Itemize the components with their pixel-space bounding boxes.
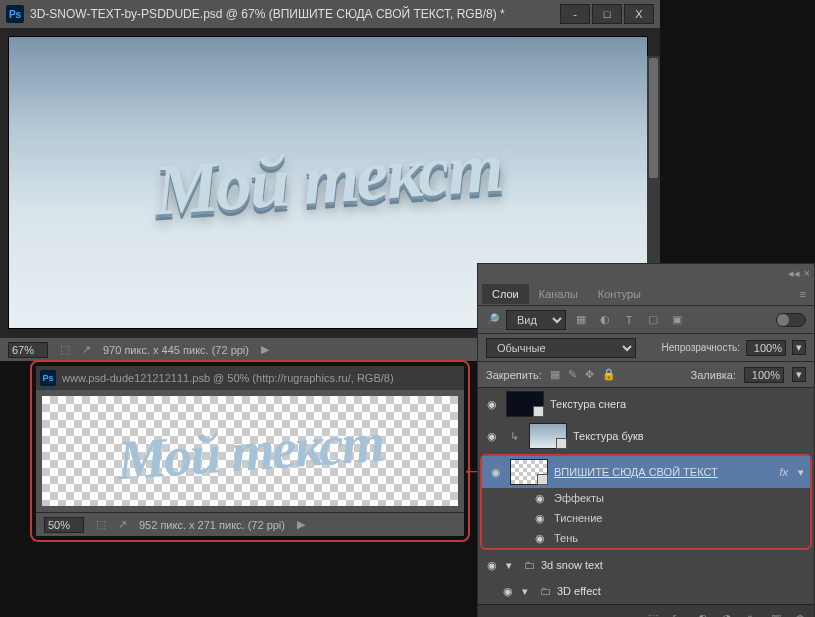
doc-info-icon[interactable]: ⬚ <box>60 343 70 356</box>
filter-pixel-icon[interactable]: ▦ <box>572 311 590 329</box>
layers-panel: ◂◂ × Слои Каналы Контуры ≡ 🔎 Вид ▦ ◐ T ▢… <box>477 263 815 617</box>
delete-layer-icon[interactable]: 🗑 <box>795 613 806 618</box>
opacity-input[interactable] <box>746 340 786 356</box>
close-panel-icon[interactable]: × <box>804 267 810 279</box>
link-layers-icon[interactable]: ⬚ <box>648 612 658 617</box>
filter-smart-icon[interactable]: ▣ <box>668 311 686 329</box>
blend-row: Обычные Непрозрачность: ▾ <box>478 334 814 362</box>
effect-emboss: Тиснение <box>554 512 602 524</box>
lock-label: Закрепить: <box>486 369 542 381</box>
play-icon[interactable]: ▶ <box>297 518 305 531</box>
3d-snow-text: Мой текст <box>152 125 505 232</box>
layers-list: ◉ Текстура снега ◉ ↳ Текстура букв ◉ ВПИ… <box>478 388 814 604</box>
status-bar: ⬚ ↗ 952 пикс. x 271 пикс. (72 ppi) ▶ <box>36 512 464 536</box>
layer-thumbnail[interactable] <box>529 423 567 449</box>
share-icon[interactable]: ↗ <box>118 518 127 531</box>
lock-position-icon[interactable]: ✥ <box>585 368 594 381</box>
document-title: 3D-SNOW-TEXT-by-PSDDUDE.psd @ 67% (ВПИШИ… <box>30 7 560 21</box>
collapse-icon[interactable]: ◂◂ <box>788 267 800 280</box>
visibility-toggle[interactable]: ◉ <box>488 464 504 480</box>
filter-row: 🔎 Вид ▦ ◐ T ▢ ▣ <box>478 306 814 334</box>
photoshop-icon: Ps <box>40 370 56 386</box>
effect-row[interactable]: ◉ Эффекты <box>482 488 810 508</box>
layer-thumbnail[interactable] <box>510 459 548 485</box>
panel-menu-icon[interactable]: ≡ <box>796 284 810 304</box>
group-name[interactable]: 3D effect <box>557 585 808 597</box>
panel-tabs: Слои Каналы Контуры ≡ <box>478 282 814 306</box>
lock-transparency-icon[interactable]: ▦ <box>550 368 560 381</box>
visibility-toggle[interactable]: ◉ <box>484 428 500 444</box>
folder-icon: 🗀 <box>540 585 551 597</box>
layer-name[interactable]: Текстура снега <box>550 398 808 410</box>
smart-object-badge <box>533 406 544 417</box>
layer-row[interactable]: ◉ Текстура снега <box>478 388 814 420</box>
new-layer-icon[interactable]: ▣ <box>771 612 781 617</box>
opacity-dropdown-icon[interactable]: ▾ <box>792 340 806 355</box>
fill-label: Заливка: <box>691 369 736 381</box>
lock-row: Закрепить: ▦ ✎ ✥ 🔒 Заливка: ▾ <box>478 362 814 388</box>
group-row[interactable]: ◉ ▾ 🗀 3d snow text <box>478 552 814 578</box>
filter-type-icon[interactable]: T <box>620 311 638 329</box>
visibility-toggle[interactable]: ◉ <box>532 510 548 526</box>
visibility-toggle[interactable]: ◉ <box>484 557 500 573</box>
maximize-button[interactable]: □ <box>592 4 622 24</box>
layer-mask-icon[interactable]: ◐ <box>698 612 708 617</box>
tab-channels[interactable]: Каналы <box>529 284 588 304</box>
document-info: 970 пикс. x 445 пикс. (72 ppi) <box>103 344 249 356</box>
lock-paint-icon[interactable]: ✎ <box>568 368 577 381</box>
fx-label: fx <box>779 466 788 478</box>
clip-indicator-icon: ↳ <box>506 430 523 443</box>
effect-shadow: Тень <box>554 532 578 544</box>
lock-all-icon[interactable]: 🔒 <box>602 368 616 381</box>
photoshop-icon: Ps <box>6 5 24 23</box>
fill-dropdown-icon[interactable]: ▾ <box>792 367 806 382</box>
adjustment-layer-icon[interactable]: ◑ <box>722 612 732 617</box>
document-info: 952 пикс. x 271 пикс. (72 ppi) <box>139 519 285 531</box>
layer-row-selected[interactable]: ◉ ВПИШИТЕ СЮДА СВОЙ ТЕКСТ fx ▾ <box>482 456 810 488</box>
layer-row[interactable]: ◉ ↳ Текстура букв <box>478 420 814 452</box>
smart-object-badge <box>537 474 548 485</box>
titlebar[interactable]: Ps 3D-SNOW-TEXT-by-PSDDUDE.psd @ 67% (ВП… <box>0 0 660 28</box>
tab-layers[interactable]: Слои <box>482 284 529 304</box>
filter-type-select[interactable]: Вид <box>506 310 566 330</box>
layer-style-icon[interactable]: fx. <box>672 613 684 618</box>
doc-info-icon[interactable]: ⬚ <box>96 518 106 531</box>
layer-name[interactable]: ВПИШИТЕ СЮДА СВОЙ ТЕКСТ <box>554 466 773 478</box>
chevron-down-icon[interactable]: ▾ <box>522 585 534 598</box>
smart-object-window: Ps www.psd-dude121212111.psb @ 50% (http… <box>30 360 470 542</box>
group-name[interactable]: 3d snow text <box>541 559 808 571</box>
group-row[interactable]: ◉ ▾ 🗀 3D effect <box>478 578 814 604</box>
zoom-input[interactable] <box>8 342 48 358</box>
minimize-button[interactable]: - <box>560 4 590 24</box>
blend-mode-select[interactable]: Обычные <box>486 338 636 358</box>
filter-shape-icon[interactable]: ▢ <box>644 311 662 329</box>
filter-toggle[interactable] <box>776 313 806 327</box>
tab-title: www.psd-dude121212111.psb @ 50% (http://… <box>62 372 394 384</box>
fill-input[interactable] <box>744 367 784 383</box>
smart-object-badge <box>556 438 567 449</box>
filter-adjustment-icon[interactable]: ◐ <box>596 311 614 329</box>
tab-paths[interactable]: Контуры <box>588 284 651 304</box>
search-icon[interactable]: 🔎 <box>486 313 500 326</box>
fx-chevron-icon[interactable]: ▾ <box>798 466 804 479</box>
visibility-toggle[interactable]: ◉ <box>532 490 548 506</box>
visibility-toggle[interactable]: ◉ <box>500 583 516 599</box>
folder-icon: 🗀 <box>524 559 535 571</box>
visibility-toggle[interactable]: ◉ <box>484 396 500 412</box>
layer-name[interactable]: Текстура букв <box>573 430 808 442</box>
panel-header: ◂◂ × <box>478 264 814 282</box>
share-icon[interactable]: ↗ <box>82 343 91 356</box>
effect-row[interactable]: ◉ Тень <box>482 528 810 548</box>
smart-object-canvas[interactable]: Мой текст <box>42 396 458 506</box>
layer-thumbnail[interactable] <box>506 391 544 417</box>
panel-footer: ⬚ fx. ◐ ◑ 🗀 ▣ 🗑 <box>478 604 814 617</box>
close-button[interactable]: X <box>624 4 654 24</box>
new-group-icon[interactable]: 🗀 <box>746 613 757 618</box>
opacity-label: Непрозрачность: <box>661 342 740 353</box>
effect-row[interactable]: ◉ Тиснение <box>482 508 810 528</box>
visibility-toggle[interactable]: ◉ <box>532 530 548 546</box>
play-icon[interactable]: ▶ <box>261 343 269 356</box>
tab-bar[interactable]: Ps www.psd-dude121212111.psb @ 50% (http… <box>36 366 464 390</box>
zoom-input[interactable] <box>44 517 84 533</box>
chevron-down-icon[interactable]: ▾ <box>506 559 518 572</box>
